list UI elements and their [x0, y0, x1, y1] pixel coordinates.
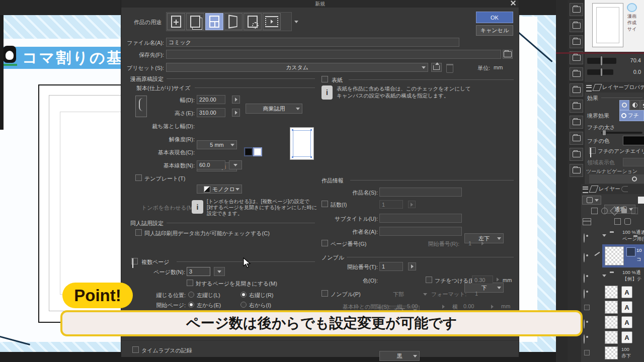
- layer-thumbnail[interactable]: [605, 346, 618, 359]
- reference-layer-icon[interactable]: [601, 208, 608, 214]
- close-button[interactable]: [510, 1, 517, 7]
- height-input[interactable]: 310.00: [197, 108, 225, 117]
- blend-mode-dropdown[interactable]: 通常: [604, 205, 635, 214]
- purpose-comic-button[interactable]: [205, 13, 223, 30]
- clip-layer-icon[interactable]: [591, 208, 598, 214]
- material-folder-icon-10[interactable]: [570, 148, 583, 161]
- material-folder-icon-6[interactable]: [570, 83, 583, 97]
- material-folder-icon-1[interactable]: [570, 3, 583, 16]
- layer-row-text-3[interactable]: A: [581, 315, 644, 330]
- layer-thumbnail[interactable]: [605, 246, 624, 265]
- material-folder-icon-5[interactable]: [570, 67, 583, 80]
- fuchi-width-handle[interactable]: [602, 130, 606, 136]
- purpose-all-comic-button[interactable]: [244, 13, 262, 30]
- purpose-more-chevron-icon[interactable]: [294, 21, 298, 23]
- basic-lines-input[interactable]: 60.0: [197, 160, 225, 169]
- purpose-fanzine-button[interactable]: [224, 13, 243, 30]
- visibility-eye-icon[interactable]: [584, 319, 585, 329]
- fuchi-color-swatch[interactable]: [623, 136, 644, 145]
- multi-page-checkbox[interactable]: [131, 258, 138, 264]
- bind-left-radio[interactable]: [188, 292, 194, 298]
- size-preset-dropdown[interactable]: 商業誌用: [246, 104, 302, 114]
- layer-row-text-1[interactable]: A: [581, 285, 644, 300]
- browse-folder-button[interactable]: [503, 50, 513, 59]
- preset-dropdown[interactable]: カスタム: [166, 63, 428, 72]
- layer-row-selected[interactable]: 10 コ: [581, 244, 644, 267]
- expand-arrow-icon[interactable]: [602, 234, 606, 237]
- basic-color-dropdown[interactable]: モノクロ: [197, 185, 242, 194]
- mask-icon[interactable]: [631, 208, 638, 214]
- spread-checkbox[interactable]: [187, 280, 193, 286]
- visibility-off-box[interactable]: [584, 305, 590, 310]
- layer-row-folder-1[interactable]: 100 %通過 ページ用(複: [581, 228, 644, 244]
- dialog-titlebar[interactable]: 新規: [121, 0, 519, 8]
- black-swatch-tile[interactable]: [244, 147, 253, 156]
- palette-color-dropdown[interactable]: [582, 196, 601, 205]
- layer-thumbnail[interactable]: [605, 301, 618, 314]
- material-folder-icon-11[interactable]: [570, 164, 583, 177]
- layer-thumbnail[interactable]: [605, 331, 618, 344]
- opacity-value[interactable]: 0.0: [619, 69, 641, 75]
- bind-right-radio[interactable]: [240, 292, 247, 298]
- template-checkbox[interactable]: [135, 174, 142, 181]
- delete-preset-button[interactable]: [446, 64, 453, 73]
- fuchi-aa-checkbox[interactable]: [589, 147, 596, 154]
- visibility-eye-icon[interactable]: [584, 289, 585, 299]
- extract-line-toggle[interactable]: [640, 100, 644, 110]
- width-step-button[interactable]: [232, 96, 240, 104]
- material-folder-icon-3[interactable]: [570, 35, 583, 48]
- history-tab-icon[interactable]: [621, 186, 628, 192]
- visibility-eye-icon[interactable]: [584, 334, 585, 344]
- layer-row-text-2[interactable]: A: [581, 300, 644, 315]
- material-folder-icon-2[interactable]: [570, 19, 583, 32]
- height-step-button[interactable]: [232, 109, 240, 117]
- visibility-eye-icon[interactable]: [584, 233, 585, 243]
- palette-view-icon[interactable]: [583, 218, 591, 225]
- brush-size-slider-handle[interactable]: [600, 56, 603, 66]
- expand-arrow-icon[interactable]: [602, 275, 606, 277]
- cover-checkbox[interactable]: [321, 76, 328, 82]
- tool-nav-bar[interactable]: [589, 174, 644, 184]
- material-folder-icon-7[interactable]: [570, 100, 583, 113]
- episode-checkbox[interactable]: [321, 201, 328, 207]
- panel-menu-icon[interactable]: [586, 85, 592, 92]
- visibility-eye-icon[interactable]: [584, 274, 585, 283]
- folio-edge-checkbox[interactable]: [426, 277, 432, 283]
- fuchi-width-slider[interactable]: [601, 132, 642, 134]
- folio-checkbox[interactable]: [321, 290, 328, 297]
- layer-row-red-draft[interactable]: 100 赤下: [581, 345, 644, 361]
- purpose-illustration-button[interactable]: [167, 13, 185, 30]
- fuchi-button[interactable]: フチ: [619, 110, 644, 121]
- material-folder-icon-9[interactable]: [570, 132, 583, 145]
- visibility-off-box[interactable]: [584, 350, 590, 355]
- material-folder-icon-8[interactable]: [570, 116, 583, 129]
- folio-start-step-button[interactable]: [408, 262, 416, 270]
- layer-thumbnail[interactable]: [605, 286, 618, 299]
- save-dest-input[interactable]: [166, 50, 501, 59]
- start-right-radio[interactable]: [240, 302, 247, 308]
- border-effect-toggle[interactable]: [619, 100, 629, 110]
- page-number-checkbox[interactable]: [321, 240, 328, 246]
- doujin-check-checkbox[interactable]: [135, 229, 142, 236]
- layer-row-folder-2[interactable]: 100 %通 【例】テ: [581, 267, 644, 285]
- bleed-dropdown[interactable]: 5 mm: [197, 140, 237, 149]
- layer-thumbnail[interactable]: [605, 316, 618, 329]
- visibility-eye-icon[interactable]: [584, 253, 585, 262]
- cancel-button[interactable]: キャンセル: [476, 25, 513, 36]
- basic-lines-dropdown-button[interactable]: [229, 160, 242, 169]
- swap-orientation-button[interactable]: [135, 96, 147, 117]
- tone-effect-toggle[interactable]: [630, 100, 640, 110]
- save-preset-button[interactable]: [431, 63, 442, 72]
- folio-start-input[interactable]: 1: [379, 262, 403, 271]
- opacity-slider-handle[interactable]: [600, 68, 603, 76]
- layer-row-text-4[interactable]: A: [581, 330, 644, 345]
- purpose-webtoon-button[interactable]: [186, 13, 204, 30]
- new-layer-icon[interactable]: [614, 218, 621, 225]
- author-input[interactable]: [379, 227, 462, 236]
- episode-input[interactable]: 1: [379, 200, 403, 209]
- timelapse-checkbox[interactable]: [132, 346, 139, 353]
- ok-button[interactable]: OK: [476, 12, 513, 23]
- purpose-animation-button[interactable]: [263, 13, 281, 30]
- subtitle-input[interactable]: [379, 214, 462, 223]
- new-layer-settings-icon[interactable]: [624, 218, 631, 225]
